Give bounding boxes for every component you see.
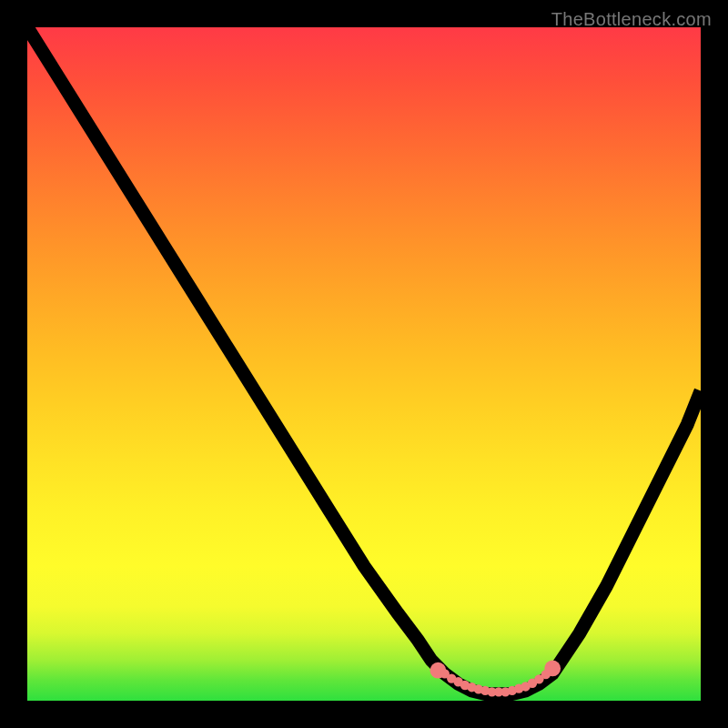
trough-markers xyxy=(430,661,561,697)
attribution-text: TheBottleneck.com xyxy=(551,9,712,30)
chart-overlay xyxy=(27,27,701,701)
bottleneck-chart: TheBottleneck.com xyxy=(0,0,728,728)
bottleneck-curve xyxy=(27,27,701,694)
trough-marker xyxy=(544,661,561,677)
